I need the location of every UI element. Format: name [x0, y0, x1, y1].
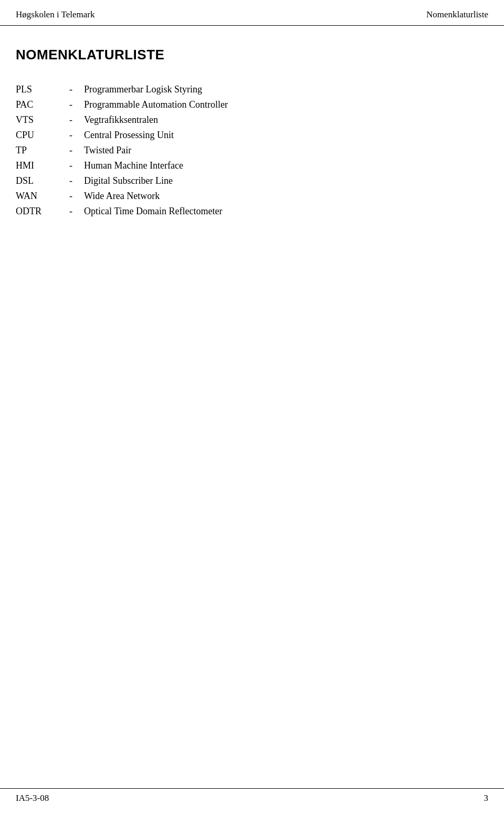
- term-row: HMI-Human Machine Interface: [16, 158, 488, 173]
- term-definition: Vegtrafikksentralen: [84, 112, 488, 128]
- term-definition: Wide Area Network: [84, 189, 488, 204]
- footer-doc-id: IA5-3-08: [16, 793, 49, 803]
- page-title: NOMENKLATURLISTE: [16, 47, 488, 63]
- header-institution: Høgskolen i Telemark: [16, 9, 95, 20]
- term-definition: Twisted Pair: [84, 143, 488, 158]
- term-dash: -: [58, 82, 84, 97]
- term-dash: -: [58, 204, 84, 219]
- term-dash: -: [58, 143, 84, 158]
- term-abbr: PLS: [16, 82, 58, 97]
- term-dash: -: [58, 97, 84, 112]
- page-footer: IA5-3-08 3: [0, 788, 504, 803]
- page-header: Høgskolen i Telemark Nomenklaturliste: [0, 0, 504, 26]
- term-definition: Optical Time Domain Reflectometer: [84, 204, 488, 219]
- term-definition: Central Prosessing Unit: [84, 128, 488, 143]
- term-row: ODTR-Optical Time Domain Reflectometer: [16, 204, 488, 219]
- term-dash: -: [58, 158, 84, 173]
- term-abbr: TP: [16, 143, 58, 158]
- term-list: PLS-Programmerbar Logisk StyringPAC-Prog…: [16, 82, 488, 219]
- term-abbr: DSL: [16, 173, 58, 189]
- header-document-title: Nomenklaturliste: [426, 9, 488, 20]
- term-dash: -: [58, 128, 84, 143]
- term-abbr: HMI: [16, 158, 58, 173]
- footer-page-number: 3: [484, 793, 489, 803]
- term-abbr: PAC: [16, 97, 58, 112]
- main-content: NOMENKLATURLISTE PLS-Programmerbar Logis…: [0, 26, 504, 240]
- term-abbr: WAN: [16, 189, 58, 204]
- term-dash: -: [58, 189, 84, 204]
- term-abbr: VTS: [16, 112, 58, 128]
- term-dash: -: [58, 173, 84, 189]
- term-definition: Human Machine Interface: [84, 158, 488, 173]
- term-abbr: ODTR: [16, 204, 58, 219]
- term-definition: Digital Subscriber Line: [84, 173, 488, 189]
- term-row: TP-Twisted Pair: [16, 143, 488, 158]
- term-definition: Programmerbar Logisk Styring: [84, 82, 488, 97]
- term-definition: Programmable Automation Controller: [84, 97, 488, 112]
- term-row: DSL-Digital Subscriber Line: [16, 173, 488, 189]
- term-row: VTS-Vegtrafikksentralen: [16, 112, 488, 128]
- term-abbr: CPU: [16, 128, 58, 143]
- term-row: CPU-Central Prosessing Unit: [16, 128, 488, 143]
- term-row: PAC-Programmable Automation Controller: [16, 97, 488, 112]
- term-row: PLS-Programmerbar Logisk Styring: [16, 82, 488, 97]
- term-dash: -: [58, 112, 84, 128]
- term-row: WAN-Wide Area Network: [16, 189, 488, 204]
